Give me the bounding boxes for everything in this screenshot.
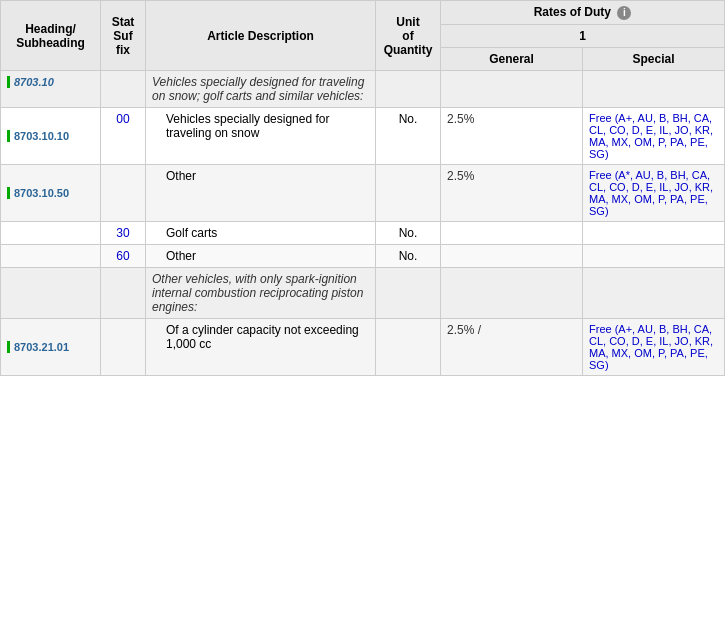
unit-cell (376, 319, 441, 376)
unit-cell: No. (376, 245, 441, 268)
stat-cell: 30 (101, 222, 146, 245)
heading-cell: 8703.10.50 (1, 165, 101, 222)
general-cell (441, 245, 583, 268)
col-header-stat: Stat Suf fix (101, 1, 146, 71)
special-cell (583, 71, 725, 108)
stat-cell: 00 (101, 108, 146, 165)
col-header-general: General (441, 48, 583, 71)
special-label: Special (632, 52, 674, 66)
heading-cell: 8703.10.10 (1, 108, 101, 165)
desc-cell: Golf carts (146, 222, 376, 245)
heading-cell (1, 268, 101, 319)
heading-cell (1, 222, 101, 245)
stat-cell (101, 268, 146, 319)
stat-cell: 60 (101, 245, 146, 268)
general-label: General (489, 52, 534, 66)
heading-label: Heading/ Subheading (16, 22, 85, 50)
heading-code: 8703.21.01 (7, 341, 69, 353)
special-cell (583, 268, 725, 319)
desc-cell: Vehicles specially designed for travelin… (146, 71, 376, 108)
desc-cell: Other (146, 165, 376, 222)
desc-label: Article Description (207, 29, 314, 43)
general-cell (441, 268, 583, 319)
col-header-rates: Rates of Duty i (441, 1, 725, 25)
rates-sub-label: 1 (579, 29, 586, 43)
heading-code: 8703.10.50 (7, 187, 69, 199)
heading-cell: 8703.10 (1, 71, 101, 108)
general-cell: 2.5% / (441, 319, 583, 376)
desc-cell: Other (146, 245, 376, 268)
col-header-desc: Article Description (146, 1, 376, 71)
unit-label: UnitofQuantity (384, 15, 433, 57)
special-cell (583, 222, 725, 245)
rates-label: Rates of Duty (534, 5, 611, 19)
unit-cell: No. (376, 222, 441, 245)
info-icon: i (617, 6, 631, 20)
col-header-special: Special (583, 48, 725, 71)
desc-cell: Other vehicles, with only spark-ignition… (146, 268, 376, 319)
tariff-table: Heading/ Subheading Stat Suf fix Article… (0, 0, 725, 376)
general-cell: 2.5% (441, 165, 583, 222)
special-cell (583, 245, 725, 268)
stat-cell (101, 71, 146, 108)
col-header-heading: Heading/ Subheading (1, 1, 101, 71)
heading-code: 8703.10.10 (7, 130, 69, 142)
general-cell (441, 71, 583, 108)
stat-cell (101, 319, 146, 376)
special-cell: Free (A+, AU, B, BH, CA, CL, CO, D, E, I… (583, 108, 725, 165)
unit-cell: No. (376, 108, 441, 165)
special-cell: Free (A*, AU, B, BH, CA, CL, CO, D, E, I… (583, 165, 725, 222)
unit-cell (376, 71, 441, 108)
stat-label: Stat Suf fix (112, 15, 135, 57)
heading-code: 8703.10 (7, 76, 54, 88)
col-header-unit: UnitofQuantity (376, 1, 441, 71)
unit-cell (376, 165, 441, 222)
special-cell: Free (A+, AU, B, BH, CA, CL, CO, D, E, I… (583, 319, 725, 376)
unit-cell (376, 268, 441, 319)
general-cell: 2.5% (441, 108, 583, 165)
rates-sub-header: 1 (441, 25, 725, 48)
heading-cell: 8703.21.01 (1, 319, 101, 376)
desc-cell: Of a cylinder capacity not exceeding 1,0… (146, 319, 376, 376)
stat-cell (101, 165, 146, 222)
general-cell (441, 222, 583, 245)
desc-cell: Vehicles specially designed for travelin… (146, 108, 376, 165)
heading-cell (1, 245, 101, 268)
